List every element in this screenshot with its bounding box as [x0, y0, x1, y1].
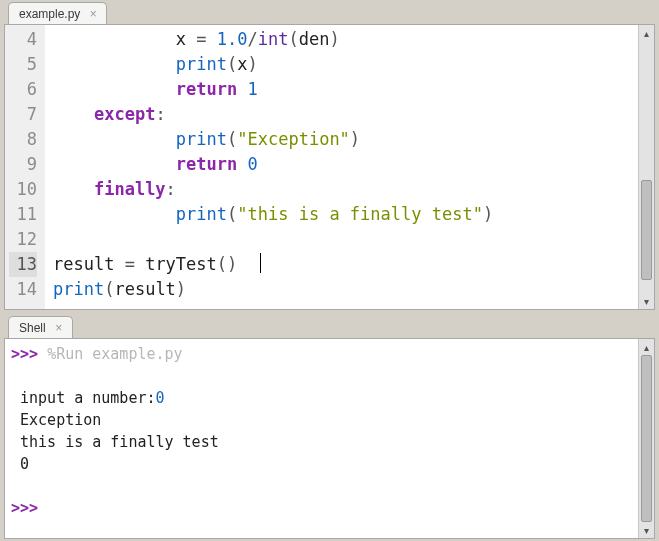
code-line[interactable]: print("this is a finally test"): [53, 202, 638, 227]
shell-line: [11, 365, 632, 387]
code-line[interactable]: print("Exception"): [53, 127, 638, 152]
shell-line: >>> %Run example.py: [11, 343, 632, 365]
close-icon[interactable]: ×: [52, 321, 66, 335]
line-number: 6: [9, 77, 37, 102]
shell-line: >>>: [11, 497, 632, 519]
line-number: 9: [9, 152, 37, 177]
code-area[interactable]: x = 1.0/int(den) print(x) return 1 excep…: [45, 25, 638, 309]
scroll-down-icon[interactable]: ▾: [639, 522, 654, 538]
line-number-gutter: 4567891011121314: [5, 25, 45, 309]
scroll-track[interactable]: [639, 355, 654, 522]
editor-pane: example.py × 4567891011121314 x = 1.0/in…: [4, 0, 655, 310]
code-line[interactable]: except:: [53, 102, 638, 127]
line-number: 13: [9, 252, 37, 277]
scroll-up-icon[interactable]: ▴: [639, 25, 654, 41]
code-line[interactable]: print(result): [53, 277, 638, 302]
shell-output[interactable]: >>> %Run example.py input a number:0 Exc…: [5, 339, 638, 538]
code-line[interactable]: print(x): [53, 52, 638, 77]
line-number: 7: [9, 102, 37, 127]
code-line[interactable]: [53, 227, 638, 252]
editor-scrollbar[interactable]: ▴ ▾: [638, 25, 654, 309]
scroll-down-icon[interactable]: ▾: [639, 293, 654, 309]
close-icon[interactable]: ×: [86, 7, 100, 21]
line-number: 12: [9, 227, 37, 252]
shell-tab-row: Shell ×: [4, 314, 655, 338]
shell-pane: Shell × >>> %Run example.py input a numb…: [4, 314, 655, 539]
editor-content: 4567891011121314 x = 1.0/int(den) print(…: [4, 24, 655, 310]
shell-line: input a number:0: [11, 387, 632, 409]
shell-line: Exception: [11, 409, 632, 431]
code-line[interactable]: return 0: [53, 152, 638, 177]
line-number: 11: [9, 202, 37, 227]
line-number: 14: [9, 277, 37, 302]
editor-tab-row: example.py ×: [4, 0, 655, 24]
line-number: 5: [9, 52, 37, 77]
editor-tab[interactable]: example.py ×: [8, 2, 107, 24]
scroll-thumb[interactable]: [641, 355, 652, 522]
code-line[interactable]: finally:: [53, 177, 638, 202]
line-number: 4: [9, 27, 37, 52]
shell-scrollbar[interactable]: ▴ ▾: [638, 339, 654, 538]
shell-content: >>> %Run example.py input a number:0 Exc…: [4, 338, 655, 539]
editor-tab-label: example.py: [19, 7, 80, 21]
code-line[interactable]: result = tryTest(): [53, 252, 638, 277]
scroll-up-icon[interactable]: ▴: [639, 339, 654, 355]
line-number: 8: [9, 127, 37, 152]
shell-line: this is a finally test: [11, 431, 632, 453]
scroll-track[interactable]: [639, 41, 654, 293]
line-number: 10: [9, 177, 37, 202]
shell-line: 0: [11, 453, 632, 475]
code-editor[interactable]: 4567891011121314 x = 1.0/int(den) print(…: [5, 25, 638, 309]
text-cursor: [260, 253, 261, 273]
shell-tab[interactable]: Shell ×: [8, 316, 73, 338]
code-line[interactable]: return 1: [53, 77, 638, 102]
shell-line: [11, 475, 632, 497]
shell-tab-label: Shell: [19, 321, 46, 335]
code-line[interactable]: x = 1.0/int(den): [53, 27, 638, 52]
scroll-thumb[interactable]: [641, 180, 652, 281]
